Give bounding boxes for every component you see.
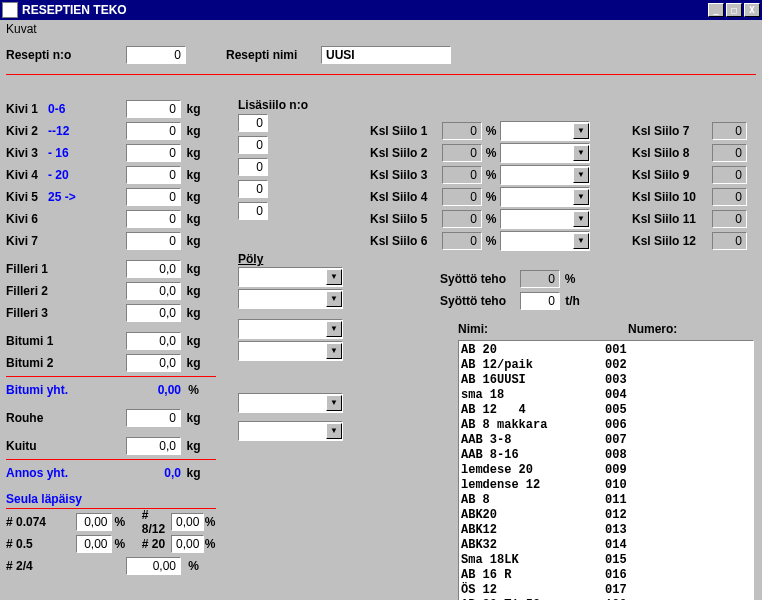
ksl-siilo2-label: Ksl Siilo 11 xyxy=(632,212,712,226)
ksl-siilo-unit: % xyxy=(482,168,500,182)
list-item[interactable]: AB 12 4 005 xyxy=(461,403,751,418)
syotto-th-label: Syöttö teho xyxy=(440,294,520,308)
kivi-range: 0-6 xyxy=(48,102,126,116)
resepti-nimi-input[interactable]: UUSI xyxy=(321,46,451,64)
dropdown[interactable]: ▼ xyxy=(238,267,343,287)
list-item[interactable]: AB 8 makkara 006 xyxy=(461,418,751,433)
list-item[interactable]: AB 20 001 xyxy=(461,343,751,358)
list-item[interactable]: lemdese 20 009 xyxy=(461,463,751,478)
ksl-siilo-unit: % xyxy=(482,146,500,160)
chevron-down-icon[interactable]: ▼ xyxy=(573,123,589,139)
bitumi-yht-label: Bitumi yht. xyxy=(6,383,126,397)
seula-input[interactable]: 0,00 xyxy=(171,535,204,553)
minimize-button[interactable]: _ xyxy=(708,3,724,17)
list-item[interactable]: ABK32 014 xyxy=(461,538,751,553)
chevron-down-icon[interactable]: ▼ xyxy=(326,269,342,285)
bitumi-input[interactable]: 0,0 xyxy=(126,354,181,372)
seula-label: # 0.5 xyxy=(6,537,76,551)
ksl-siilo-val: 0 xyxy=(442,232,482,250)
seula-input[interactable]: 0,00 xyxy=(126,557,181,575)
lisasiilo-input[interactable]: 0 xyxy=(238,158,268,176)
dropdown[interactable]: ▼ xyxy=(238,319,343,339)
kivi-label: Kivi 6 xyxy=(6,212,48,226)
lisasiilo-input[interactable]: 0 xyxy=(238,114,268,132)
close-button[interactable]: X xyxy=(744,3,760,17)
kivi-input[interactable]: 0 xyxy=(126,188,181,206)
list-item[interactable]: AB 16UUSI 003 xyxy=(461,373,751,388)
dropdown[interactable]: ▼ xyxy=(500,209,590,229)
list-item[interactable]: sma 18 004 xyxy=(461,388,751,403)
list-item[interactable]: lemdense 12 010 xyxy=(461,478,751,493)
dropdown[interactable]: ▼ xyxy=(500,121,590,141)
rouhe-input[interactable]: 0 xyxy=(126,409,181,427)
chevron-down-icon[interactable]: ▼ xyxy=(573,167,589,183)
resepti-nro-label: Resepti n:o xyxy=(6,48,126,62)
chevron-down-icon[interactable]: ▼ xyxy=(326,321,342,337)
filleri-unit: kg xyxy=(181,262,206,276)
list-item[interactable]: Sma 18LK 015 xyxy=(461,553,751,568)
kivi-input[interactable]: 0 xyxy=(126,232,181,250)
dropdown[interactable]: ▼ xyxy=(500,143,590,163)
lisasiilo-input[interactable]: 0 xyxy=(238,202,268,220)
kivi-input[interactable]: 0 xyxy=(126,210,181,228)
kuitu-input[interactable]: 0,0 xyxy=(126,437,181,455)
dropdown[interactable]: ▼ xyxy=(238,421,343,441)
maximize-button[interactable]: □ xyxy=(726,3,742,17)
list-header-numero: Numero: xyxy=(628,322,677,336)
kivi-input[interactable]: 0 xyxy=(126,166,181,184)
list-item[interactable]: AB 8 011 xyxy=(461,493,751,508)
ksl-siilo2-label: Ksl Siilo 10 xyxy=(632,190,712,204)
bitumi-yht-unit: % xyxy=(181,383,206,397)
seula-input[interactable]: 0,00 xyxy=(171,513,204,531)
chevron-down-icon[interactable]: ▼ xyxy=(326,423,342,439)
rouhe-label: Rouhe xyxy=(6,411,126,425)
filleri-input[interactable]: 0,0 xyxy=(126,282,181,300)
syotto-th-input[interactable]: 0 xyxy=(520,292,560,310)
kuitu-unit: kg xyxy=(181,439,206,453)
chevron-down-icon[interactable]: ▼ xyxy=(573,211,589,227)
list-item[interactable]: AAB 8-16 008 xyxy=(461,448,751,463)
filleri-unit: kg xyxy=(181,284,206,298)
ksl-siilo2-val: 0 xyxy=(712,144,747,162)
list-item[interactable]: ÖS 12 017 xyxy=(461,583,751,598)
list-item[interactable]: ABK12 013 xyxy=(461,523,751,538)
seula-input[interactable]: 0,00 xyxy=(76,535,112,553)
filleri-unit: kg xyxy=(181,306,206,320)
chevron-down-icon[interactable]: ▼ xyxy=(573,145,589,161)
dropdown[interactable]: ▼ xyxy=(500,165,590,185)
annos-yht-unit: kg xyxy=(181,466,206,480)
recipe-listbox[interactable]: AB 20 001AB 12/paik 002AB 16UUSI 003sma … xyxy=(458,340,754,600)
chevron-down-icon[interactable]: ▼ xyxy=(573,233,589,249)
chevron-down-icon[interactable]: ▼ xyxy=(326,343,342,359)
ksl-siilo2-label: Ksl Siilo 9 xyxy=(632,168,712,182)
filleri-input[interactable]: 0,0 xyxy=(126,304,181,322)
kivi-input[interactable]: 0 xyxy=(126,144,181,162)
seula-input[interactable]: 0,00 xyxy=(76,513,112,531)
syotto-th-unit: t/h xyxy=(560,294,585,308)
divider xyxy=(6,74,756,75)
chevron-down-icon[interactable]: ▼ xyxy=(326,291,342,307)
dropdown[interactable]: ▼ xyxy=(238,341,343,361)
chevron-down-icon[interactable]: ▼ xyxy=(326,395,342,411)
lisasiilo-input[interactable]: 0 xyxy=(238,136,268,154)
lisasiilo-input[interactable]: 0 xyxy=(238,180,268,198)
kivi-input[interactable]: 0 xyxy=(126,122,181,140)
kivi-label: Kivi 5 xyxy=(6,190,48,204)
list-item[interactable]: AB 16 R 016 xyxy=(461,568,751,583)
chevron-down-icon[interactable]: ▼ xyxy=(573,189,589,205)
resepti-nro-input[interactable]: 0 xyxy=(126,46,186,64)
menu-kuvat[interactable]: Kuvat xyxy=(6,22,37,36)
ksl-siilo-label: Ksl Siilo 2 xyxy=(370,146,442,160)
list-item[interactable]: AAB 3-8 007 xyxy=(461,433,751,448)
bitumi-input[interactable]: 0,0 xyxy=(126,332,181,350)
kivi-input[interactable]: 0 xyxy=(126,100,181,118)
dropdown[interactable]: ▼ xyxy=(238,289,343,309)
ksl-siilo2-label: Ksl Siilo 7 xyxy=(632,124,712,138)
list-item[interactable]: ABK20 012 xyxy=(461,508,751,523)
list-item[interactable]: AB 12/paik 002 xyxy=(461,358,751,373)
dropdown[interactable]: ▼ xyxy=(500,231,590,251)
seula-unit: % xyxy=(181,559,206,573)
dropdown[interactable]: ▼ xyxy=(500,187,590,207)
filleri-input[interactable]: 0,0 xyxy=(126,260,181,278)
dropdown[interactable]: ▼ xyxy=(238,393,343,413)
